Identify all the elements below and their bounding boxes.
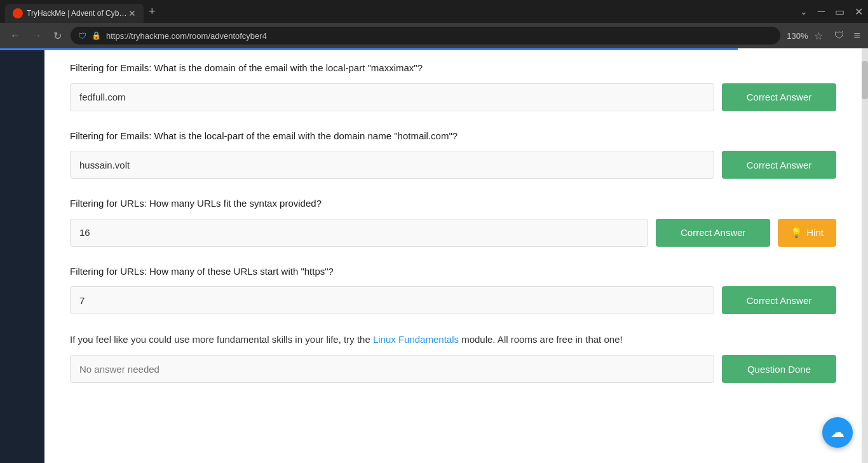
question-text-4: Filtering for URLs: How many of these UR… (70, 265, 836, 279)
info-text-before-link: If you feel like you could use more fund… (70, 334, 373, 345)
answer-input-1[interactable] (70, 83, 714, 111)
question-block-1: Filtering for Emails: What is the domain… (70, 61, 836, 111)
new-tab-button[interactable]: + (149, 5, 156, 18)
shield-icon: 🛡 (78, 31, 86, 41)
bookmark-icon[interactable]: ☆ (814, 30, 823, 42)
correct-answer-button-3[interactable]: Correct Answer (656, 219, 770, 247)
hint-button-3[interactable]: 💡 Hint (778, 219, 836, 247)
scrollbar-track[interactable] (862, 48, 868, 463)
shield-guard-icon[interactable]: 🛡 (834, 30, 844, 41)
question-text-2: Filtering for Emails: What is the local-… (70, 129, 836, 144)
question-block-4: Filtering for URLs: How many of these UR… (70, 265, 836, 315)
lock-icon: 🔒 (92, 31, 101, 40)
scrollbar-thumb[interactable] (862, 61, 868, 99)
close-tab-icon[interactable]: ✕ (128, 8, 136, 18)
close-window-icon[interactable]: ✕ (855, 6, 863, 18)
answer-input-3[interactable] (70, 219, 648, 247)
browser-tab[interactable]: TryHackMe | Advent of Cyber 2 ✕ (5, 4, 144, 23)
chat-icon: ☁ (831, 424, 844, 441)
question-text-3: Filtering for URLs: How many URLs fit th… (70, 197, 836, 211)
hint-label: Hint (806, 227, 824, 238)
question-input-row-3: Correct Answer 💡 Hint (70, 219, 836, 247)
question-input-row-1: Correct Answer (70, 83, 836, 111)
question-done-button[interactable]: Question Done (722, 355, 836, 383)
left-sidebar (0, 48, 44, 463)
forward-button[interactable]: → (29, 27, 44, 44)
minimize-icon[interactable]: ─ (818, 6, 825, 17)
back-button[interactable]: ← (8, 27, 23, 44)
main-content: Filtering for Emails: What is the domain… (44, 48, 862, 463)
browser-favicon (13, 8, 23, 18)
tab-title: TryHackMe | Advent of Cyber 2 (27, 9, 128, 18)
question-block-2: Filtering for Emails: What is the local-… (70, 129, 836, 179)
zoom-level: 130% (787, 31, 808, 41)
correct-answer-button-1[interactable]: Correct Answer (722, 83, 836, 111)
question-input-row-4: Correct Answer (70, 286, 836, 314)
refresh-button[interactable]: ↻ (51, 27, 64, 45)
correct-answer-button-4[interactable]: Correct Answer (722, 286, 836, 314)
linux-fundamentals-link[interactable]: Linux Fundamentals (373, 334, 459, 345)
answer-input-2[interactable] (70, 151, 714, 179)
question-input-row-2: Correct Answer (70, 151, 836, 179)
answer-input-4[interactable] (70, 286, 714, 314)
maximize-icon[interactable]: ▭ (835, 6, 844, 18)
menu-icon[interactable]: ≡ (853, 29, 860, 43)
no-answer-input[interactable] (70, 355, 714, 383)
loading-bar (0, 48, 738, 50)
info-input-row: Question Done (70, 355, 836, 383)
question-block-3: Filtering for URLs: How many URLs fit th… (70, 197, 836, 247)
lightbulb-icon: 💡 (790, 227, 803, 238)
question-text-1: Filtering for Emails: What is the domain… (70, 61, 836, 76)
chat-button[interactable]: ☁ (822, 417, 853, 448)
info-block: If you feel like you could use more fund… (70, 332, 836, 383)
address-bar[interactable]: https://tryhackme.com/room/adventofcyber… (106, 31, 773, 41)
info-text: If you feel like you could use more fund… (70, 332, 836, 347)
tab-list-icon[interactable]: ⌄ (800, 6, 808, 17)
correct-answer-button-2[interactable]: Correct Answer (722, 151, 836, 179)
info-text-after-link: module. All rooms are free in that one! (459, 334, 623, 345)
